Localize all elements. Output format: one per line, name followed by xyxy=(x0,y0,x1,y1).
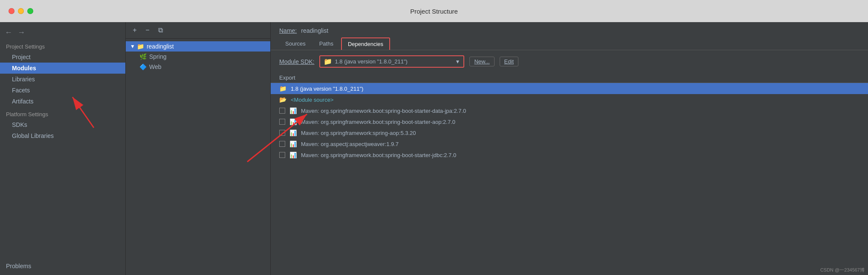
sdk-edit-button[interactable]: Edit xyxy=(500,57,518,66)
module-folder-icon: 📁 xyxy=(137,43,144,50)
sidebar-item-problems[interactable]: Problems xyxy=(6,261,119,272)
tree-arrow-icon: ▼ xyxy=(130,43,135,49)
sidebar-item-sdks[interactable]: SDKs xyxy=(0,119,125,130)
maven-bar-icon-spring-aop: 📊 xyxy=(289,129,297,136)
sdk-folder-icon: 📁 xyxy=(324,57,332,66)
jdk-folder-icon: 📁 xyxy=(279,85,286,92)
project-settings-section-label: Project Settings xyxy=(0,41,125,52)
module-tree: ▼ 📁 readinglist 🌿 Spring 🔷 Web xyxy=(126,39,270,74)
export-column-header: Export xyxy=(271,73,868,83)
window-controls xyxy=(9,8,33,14)
dep-jdk-label: 1.8 (java version "1.8.0_211") xyxy=(291,86,859,92)
dep-aop-label: Maven: org.springframework.boot:spring-b… xyxy=(301,119,859,125)
sdk-selector[interactable]: 📁 1.8 (java version "1.8.0_211") ▼ xyxy=(319,55,464,68)
maven-bar-icon-aop: 📊 xyxy=(289,118,297,125)
dependencies-list: 📁 1.8 (java version "1.8.0_211") 📂 <Modu… xyxy=(271,83,868,275)
web-icon: 🔷 xyxy=(139,63,147,70)
middle-panel: + − ⧉ ▼ 📁 readinglist 🌿 Spring 🔷 Web xyxy=(126,22,271,275)
dep-checkbox-data-jpa[interactable] xyxy=(279,108,285,114)
close-button[interactable] xyxy=(9,8,14,14)
sdk-label: Module SDK: xyxy=(279,58,314,65)
dep-checkbox-jdbc[interactable] xyxy=(279,152,285,158)
tabs-row: Sources Paths Dependencies xyxy=(271,37,868,50)
sidebar: ← → Project Settings Project Modules Lib… xyxy=(0,22,126,275)
sdk-dropdown-icon: ▼ xyxy=(455,59,460,65)
main-layout: ← → Project Settings Project Modules Lib… xyxy=(0,22,868,275)
sidebar-item-modules[interactable]: Modules xyxy=(0,63,125,74)
titlebar: Project Structure xyxy=(0,0,868,22)
maximize-button[interactable] xyxy=(27,8,33,14)
dep-row-aop[interactable]: 📊 Maven: org.springframework.boot:spring… xyxy=(271,116,868,127)
dep-row-jdbc[interactable]: 📊 Maven: org.springframework.boot:spring… xyxy=(271,149,868,160)
tree-item-web[interactable]: 🔷 Web xyxy=(126,62,270,72)
module-source-icon: 📂 xyxy=(279,96,286,103)
maven-bar-icon-jdbc: 📊 xyxy=(289,152,297,158)
dep-aspectj-label: Maven: org.aspectj:aspectjweaver:1.9.7 xyxy=(301,141,859,147)
sdk-row: Module SDK: 📁 1.8 (java version "1.8.0_2… xyxy=(271,50,868,73)
dep-row-data-jpa[interactable]: 📊 Maven: org.springframework.boot:spring… xyxy=(271,105,868,116)
tab-paths[interactable]: Paths xyxy=(313,38,339,49)
nav-toolbar: ← → xyxy=(0,26,125,41)
name-label: Name: xyxy=(279,27,297,34)
tab-dependencies[interactable]: Dependencies xyxy=(341,37,390,50)
spring-icon: 🌿 xyxy=(139,53,147,60)
sidebar-item-libraries[interactable]: Libraries xyxy=(0,74,125,85)
sdk-text: 1.8 (java version "1.8.0_211") xyxy=(335,58,452,65)
sidebar-item-global-libraries[interactable]: Global Libraries xyxy=(0,130,125,141)
dep-checkbox-aop[interactable] xyxy=(279,119,285,125)
forward-button[interactable]: → xyxy=(16,27,26,37)
dep-row-aspectj[interactable]: 📊 Maven: org.aspectj:aspectjweaver:1.9.7 xyxy=(271,138,868,149)
name-row: Name: readinglist xyxy=(271,22,868,37)
dep-jdbc-label: Maven: org.springframework.boot:spring-b… xyxy=(301,152,859,158)
dep-spring-aop-label: Maven: org.springframework:spring-aop:5.… xyxy=(301,130,859,136)
sdk-new-button[interactable]: New... xyxy=(469,57,494,66)
dep-row-module-source[interactable]: 📂 <Module source> xyxy=(271,94,868,105)
name-value: readinglist xyxy=(301,27,328,34)
window-title: Project Structure xyxy=(410,8,458,15)
sidebar-bottom: Problems xyxy=(0,257,125,275)
tree-item-readinglist[interactable]: ▼ 📁 readinglist xyxy=(126,41,270,52)
sidebar-item-project[interactable]: Project xyxy=(0,52,125,63)
tree-item-web-label: Web xyxy=(149,63,162,70)
dep-row-jdk[interactable]: 📁 1.8 (java version "1.8.0_211") xyxy=(271,83,868,94)
tab-sources[interactable]: Sources xyxy=(279,38,312,49)
tree-item-spring-label: Spring xyxy=(149,53,166,60)
minimize-button[interactable] xyxy=(18,8,24,14)
platform-settings-section-label: Platform Settings xyxy=(0,107,125,119)
watermark: CSDN @一234567博 xyxy=(820,267,865,273)
remove-module-button[interactable]: − xyxy=(143,26,152,35)
sidebar-item-artifacts[interactable]: Artifacts xyxy=(0,96,125,107)
right-panel: Name: readinglist Sources Paths Dependen… xyxy=(271,22,868,275)
add-module-button[interactable]: + xyxy=(130,26,139,35)
dep-module-source-label: <Module source> xyxy=(291,97,859,103)
back-button[interactable]: ← xyxy=(3,27,14,37)
sidebar-item-facets[interactable]: Facets xyxy=(0,85,125,96)
dep-row-spring-aop[interactable]: 📊 Maven: org.springframework:spring-aop:… xyxy=(271,127,868,138)
maven-bar-icon-aspectj: 📊 xyxy=(289,140,297,147)
dep-data-jpa-label: Maven: org.springframework.boot:spring-b… xyxy=(301,108,859,114)
tree-item-spring[interactable]: 🌿 Spring xyxy=(126,52,270,62)
middle-toolbar: + − ⧉ xyxy=(126,22,270,39)
tree-item-readinglist-label: readinglist xyxy=(147,43,174,50)
copy-module-button[interactable]: ⧉ xyxy=(156,26,165,35)
dep-checkbox-aspectj[interactable] xyxy=(279,141,285,147)
dep-checkbox-spring-aop[interactable] xyxy=(279,130,285,136)
maven-bar-icon: 📊 xyxy=(289,107,297,114)
